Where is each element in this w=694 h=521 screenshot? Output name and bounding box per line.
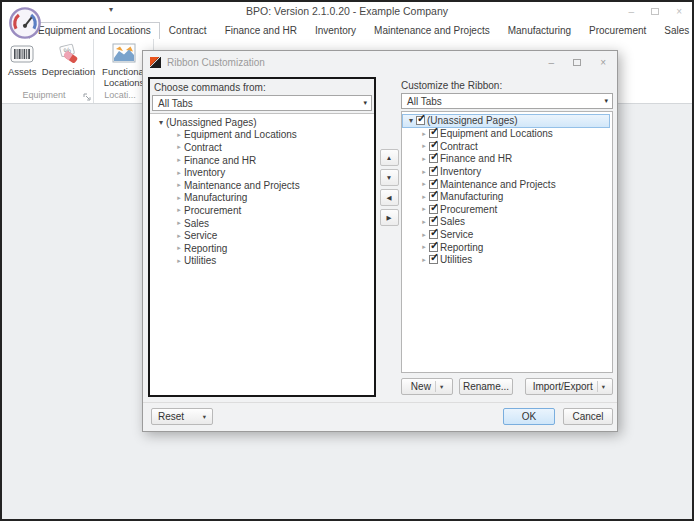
chevron-collapsed-icon[interactable]: ▸: [174, 232, 184, 240]
chevron-collapsed-icon[interactable]: ▸: [174, 219, 184, 227]
chevron-down-icon[interactable]: ▾: [363, 99, 367, 107]
tree-item[interactable]: ▸ Finance and HR: [150, 154, 374, 167]
minimize-button[interactable]: –: [629, 7, 635, 17]
tree-item-label: Manufacturing: [440, 191, 503, 202]
chevron-down-icon[interactable]: ▾: [604, 97, 608, 105]
tree-item[interactable]: ▸ Contract: [150, 141, 374, 154]
chevron-collapsed-icon[interactable]: ▸: [174, 169, 184, 177]
ribbon-structure-tree-children: ▸ ✓ Equipment and Locations ▸ ✓ Contract…: [402, 128, 612, 267]
tree-item[interactable]: ▸ Sales: [150, 217, 374, 230]
chevron-collapsed-icon[interactable]: ▸: [174, 156, 184, 164]
chevron-collapsed-icon[interactable]: ▸: [419, 256, 429, 264]
dialog-minimize-button[interactable]: –: [549, 57, 555, 68]
import-export-button[interactable]: Import/Export ▾: [525, 378, 613, 395]
ribbon-structure-actions: New ▾ Rename... Import/Export ▾: [401, 378, 613, 395]
new-button[interactable]: New ▾: [401, 378, 453, 395]
reset-button[interactable]: Reset ▾: [151, 408, 213, 425]
checkbox-checked[interactable]: ✓: [416, 116, 425, 125]
tree-item[interactable]: ▸ Procurement: [150, 204, 374, 217]
rename-button[interactable]: Rename...: [459, 378, 513, 395]
rename-button-label: Rename...: [463, 381, 509, 392]
assets-button[interactable]: Assets: [5, 42, 40, 79]
chevron-collapsed-icon[interactable]: ▸: [419, 205, 429, 213]
tree-item[interactable]: ▸ Manufacturing: [150, 192, 374, 205]
chevron-collapsed-icon[interactable]: ▸: [174, 257, 184, 265]
chevron-collapsed-icon[interactable]: ▸: [174, 194, 184, 202]
check-icon: ✓: [430, 239, 439, 252]
dialog-title-bar[interactable]: Ribbon Customization – ×: [143, 51, 617, 73]
app-logo-icon[interactable]: [8, 6, 42, 40]
cancel-button[interactable]: Cancel: [563, 408, 613, 425]
assets-button-label: Assets: [8, 67, 37, 78]
customize-ribbon-combobox[interactable]: All Tabs ▾: [401, 93, 613, 109]
customize-ribbon-panel: Customize the Ribbon: All Tabs ▾ ▾ ✓ (Un…: [401, 77, 613, 373]
depreciation-button[interactable]: % Depreciation: [40, 42, 98, 79]
maximize-button[interactable]: [651, 8, 659, 15]
tree-item[interactable]: ▸ ✓ Utilities: [402, 253, 612, 266]
ribbon-tab[interactable]: Contract: [160, 22, 216, 39]
dialog-maximize-button[interactable]: [573, 59, 581, 66]
tree-item[interactable]: ▸ Service: [150, 229, 374, 242]
chevron-expanded-icon[interactable]: ▾: [156, 118, 166, 127]
check-icon: ✓: [430, 226, 439, 239]
ribbon-tab[interactable]: Sales: [655, 22, 694, 39]
close-button[interactable]: ×: [676, 7, 682, 17]
ok-button[interactable]: OK: [503, 408, 555, 425]
ribbon-tab[interactable]: Inventory: [306, 22, 365, 39]
arrow-up-icon: ▲: [386, 154, 392, 161]
remove-item-button[interactable]: ◀: [380, 189, 399, 206]
move-up-button[interactable]: ▲: [380, 149, 399, 166]
add-item-button[interactable]: ▶: [380, 209, 399, 226]
ribbon-tab[interactable]: Equipment and Locations: [29, 22, 160, 39]
barcode-icon: [10, 43, 34, 65]
ribbon-tab[interactable]: Finance and HR: [216, 22, 306, 39]
window-title: BPO: Version 2.1.0.20 - Example Company: [2, 5, 692, 17]
chevron-collapsed-icon[interactable]: ▸: [174, 244, 184, 252]
choose-commands-label: Choose commands from:: [150, 79, 374, 95]
chevron-collapsed-icon[interactable]: ▸: [174, 206, 184, 214]
chevron-collapsed-icon[interactable]: ▸: [174, 143, 184, 151]
tree-item[interactable]: ▸ Equipment and Locations: [150, 129, 374, 142]
ribbon-group-equipment: Assets %: [2, 39, 94, 103]
ribbon-structure-tree: ▾ ✓ (Unassigned Pages) ▸ ✓ Equipment and…: [401, 111, 613, 373]
ribbon-tab[interactable]: Procurement: [580, 22, 655, 39]
dialog-close-button[interactable]: ×: [600, 57, 606, 68]
ok-button-label: OK: [522, 411, 536, 422]
bpo-logo-icon: [150, 57, 161, 68]
check-icon: ✓: [430, 251, 439, 264]
dialog-launcher-icon[interactable]: [83, 93, 91, 101]
tree-item[interactable]: ▸ Maintenance and Projects: [150, 179, 374, 192]
chevron-collapsed-icon[interactable]: ▸: [419, 180, 429, 188]
tree-item-label: Sales: [184, 218, 209, 229]
chevron-collapsed-icon[interactable]: ▸: [419, 218, 429, 226]
ribbon-customization-dialog: Ribbon Customization – × Choose commands…: [142, 50, 618, 432]
choose-commands-combobox[interactable]: All Tabs ▾: [152, 95, 372, 111]
tree-item-label: (Unassigned Pages): [166, 117, 257, 128]
chevron-collapsed-icon[interactable]: ▸: [419, 243, 429, 251]
chevron-collapsed-icon[interactable]: ▸: [419, 231, 429, 239]
move-down-button[interactable]: ▼: [380, 169, 399, 186]
chevron-collapsed-icon[interactable]: ▸: [419, 168, 429, 176]
tree-item[interactable]: ▸ Inventory: [150, 166, 374, 179]
ribbon-tab[interactable]: Manufacturing: [499, 22, 580, 39]
check-icon: ✓: [430, 201, 439, 214]
tree-item[interactable]: ▸ Reporting: [150, 242, 374, 255]
area-chart-icon: [112, 43, 136, 65]
ribbon-group-equipment-caption: Equipment: [2, 89, 93, 103]
move-buttons: ▲ ▼ ◀ ▶: [379, 149, 399, 226]
group-caption-label: Equipment: [22, 90, 65, 100]
chevron-collapsed-icon[interactable]: ▸: [419, 142, 429, 150]
chevron-expanded-icon[interactable]: ▾: [406, 116, 416, 125]
chevron-collapsed-icon[interactable]: ▸: [419, 155, 429, 163]
tree-item-label: Finance and HR: [184, 155, 256, 166]
chevron-collapsed-icon[interactable]: ▸: [419, 130, 429, 138]
chevron-collapsed-icon[interactable]: ▸: [174, 181, 184, 189]
tree-item-label: Procurement: [184, 205, 241, 216]
chevron-collapsed-icon[interactable]: ▸: [419, 193, 429, 201]
ribbon-tab[interactable]: Maintenance and Projects: [365, 22, 499, 39]
checkbox-checked[interactable]: ✓: [429, 255, 438, 264]
tree-item-unassigned-pages[interactable]: ▾ (Unassigned Pages): [150, 116, 374, 129]
tree-item-label: Contract: [184, 142, 222, 153]
chevron-collapsed-icon[interactable]: ▸: [174, 131, 184, 139]
tree-item[interactable]: ▸ Utilities: [150, 255, 374, 268]
